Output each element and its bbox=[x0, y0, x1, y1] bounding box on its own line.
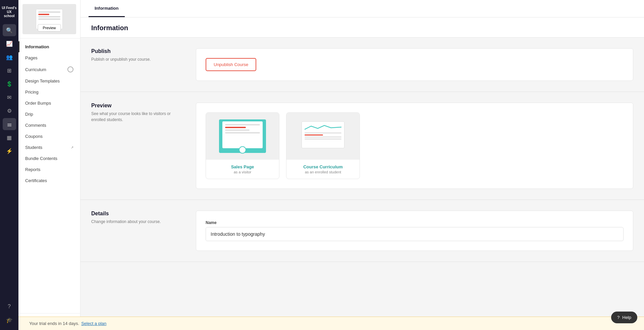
course-curriculum-card[interactable]: Course Curriculum as an enrolled student bbox=[286, 112, 360, 179]
curriculum-hline-1 bbox=[305, 132, 341, 133]
sales-page-illustration bbox=[216, 116, 269, 156]
curriculum-illustration bbox=[296, 116, 350, 156]
sidebar-item-coupons[interactable]: Coupons bbox=[18, 131, 80, 142]
course-preview-section: Preview bbox=[18, 0, 80, 39]
help-circle-icon[interactable]: ? bbox=[3, 300, 16, 313]
sidebar-item-students[interactable]: Students ↗ bbox=[18, 142, 80, 153]
help-button[interactable]: ? Help bbox=[611, 312, 637, 323]
curriculum-badge bbox=[67, 66, 73, 72]
preview-content: Sales Page as a visitor bbox=[196, 103, 633, 189]
users-icon[interactable]: 👥 bbox=[3, 51, 16, 63]
analytics-icon[interactable]: 📈 bbox=[3, 38, 16, 50]
course-curriculum-label: Course Curriculum as an enrolled student bbox=[286, 160, 360, 179]
sales-circle-icon bbox=[239, 146, 246, 154]
sidebar-item-pages[interactable]: Pages bbox=[18, 52, 80, 63]
help-icon: ? bbox=[617, 315, 620, 320]
settings-icon[interactable]: ⚙ bbox=[3, 105, 16, 117]
tab-information[interactable]: Information bbox=[89, 0, 125, 17]
preview-cards-container: Sales Page as a visitor bbox=[206, 112, 624, 179]
details-title: Details bbox=[91, 211, 185, 217]
sidebar-item-information[interactable]: Information bbox=[18, 41, 80, 52]
details-meta: Details Change information about your co… bbox=[91, 211, 185, 251]
main-content: Information Information Publish Publish … bbox=[80, 0, 644, 330]
course-curriculum-image bbox=[286, 113, 360, 160]
sidebar-item-design-templates[interactable]: Design Templates bbox=[18, 75, 80, 87]
page-title: Information bbox=[91, 24, 633, 32]
sales-line-2 bbox=[225, 129, 250, 131]
calendar-icon[interactable]: ▦ bbox=[3, 131, 16, 144]
sidebar-item-curriculum[interactable]: Curriculum bbox=[18, 63, 80, 75]
publish-title: Publish bbox=[91, 48, 185, 54]
curriculum-hline-3 bbox=[305, 139, 341, 140]
publish-meta: Publish Publish or unpublish your course… bbox=[91, 48, 185, 81]
trial-text: Your trial ends in 14 days. bbox=[29, 321, 79, 326]
dashboard-icon[interactable]: ⊞ bbox=[3, 64, 16, 76]
details-section: Details Change information about your co… bbox=[80, 200, 644, 262]
preview-meta: Preview See what your course looks like … bbox=[91, 103, 185, 189]
course-thumbnail: Preview bbox=[22, 4, 76, 34]
unpublish-button[interactable]: Unpublish Course bbox=[206, 58, 256, 71]
preview-button[interactable]: Preview bbox=[38, 24, 61, 32]
help-label: Help bbox=[622, 315, 631, 320]
app-title: UI Feed's UX school bbox=[0, 4, 18, 20]
trial-bar: Your trial ends in 14 days. Select a pla… bbox=[18, 317, 644, 330]
page-title-bar: Information bbox=[80, 17, 644, 38]
sales-line-accent bbox=[225, 127, 246, 128]
preview-section: Preview See what your course looks like … bbox=[80, 92, 644, 200]
revenue-icon[interactable]: 💲 bbox=[3, 78, 16, 90]
sidebar-item-bundle-contents[interactable]: Bundle Contents bbox=[18, 153, 80, 164]
curriculum-wave-svg bbox=[305, 124, 341, 131]
publish-section: Publish Publish or unpublish your course… bbox=[80, 38, 644, 92]
sales-page-secondary-label: as a visitor bbox=[211, 170, 274, 174]
search-icon[interactable]: 🔍 bbox=[3, 24, 16, 36]
course-curriculum-primary-label: Course Curriculum bbox=[291, 164, 355, 169]
course-name-input[interactable] bbox=[206, 227, 624, 241]
sales-line-1 bbox=[225, 124, 260, 125]
sales-page-primary-label: Sales Page bbox=[211, 164, 274, 169]
external-link-icon: ↗ bbox=[71, 146, 73, 149]
course-curriculum-secondary-label: as an enrolled student bbox=[291, 170, 355, 174]
sidebar-item-pricing[interactable]: Pricing bbox=[18, 87, 80, 98]
publish-description: Publish or unpublish your course. bbox=[91, 56, 185, 62]
content-area: Information Publish Publish or unpublish… bbox=[80, 17, 644, 282]
sales-page-card[interactable]: Sales Page as a visitor bbox=[206, 112, 279, 179]
top-bar: Information bbox=[80, 0, 644, 17]
select-plan-link[interactable]: Select a plan bbox=[81, 321, 106, 326]
curriculum-hline-2 bbox=[305, 136, 341, 138]
sidebar-item-certificates[interactable]: Certificates bbox=[18, 175, 80, 186]
details-description: Change information about your course. bbox=[91, 219, 185, 225]
icon-sidebar: UI Feed's UX school 🔍 📈 👥 ⊞ 💲 ✉ ⚙ ⚌ ▦ ⚡ … bbox=[0, 0, 18, 330]
library-icon[interactable]: ⚌ bbox=[3, 118, 16, 130]
curriculum-wave bbox=[305, 124, 341, 131]
sidebar-item-reports[interactable]: Reports bbox=[18, 164, 80, 175]
sales-line-3 bbox=[225, 132, 260, 133]
sales-overlay-card bbox=[222, 121, 263, 148]
curriculum-overlay-card bbox=[302, 121, 344, 148]
preview-title: Preview bbox=[91, 103, 185, 109]
integrations-icon[interactable]: ⚡ bbox=[3, 145, 16, 157]
details-content: Name bbox=[196, 211, 633, 251]
nav-sidebar: Preview Information Pages Curriculum Des… bbox=[18, 0, 80, 330]
graduation-icon[interactable]: 🎓 bbox=[3, 314, 16, 326]
sales-page-image bbox=[206, 113, 279, 160]
sales-page-label: Sales Page as a visitor bbox=[206, 160, 279, 179]
mail-icon[interactable]: ✉ bbox=[3, 91, 16, 103]
course-nav: Information Pages Curriculum Design Temp… bbox=[18, 39, 80, 313]
sidebar-item-comments[interactable]: Comments bbox=[18, 120, 80, 131]
preview-description: See what your course looks like to visit… bbox=[91, 111, 185, 123]
sidebar-item-order-bumps[interactable]: Order Bumps bbox=[18, 98, 80, 109]
name-label: Name bbox=[206, 220, 624, 225]
publish-content: Unpublish Course bbox=[196, 48, 633, 81]
curriculum-hline-accent bbox=[305, 134, 323, 135]
sidebar-item-drip[interactable]: Drip bbox=[18, 109, 80, 120]
